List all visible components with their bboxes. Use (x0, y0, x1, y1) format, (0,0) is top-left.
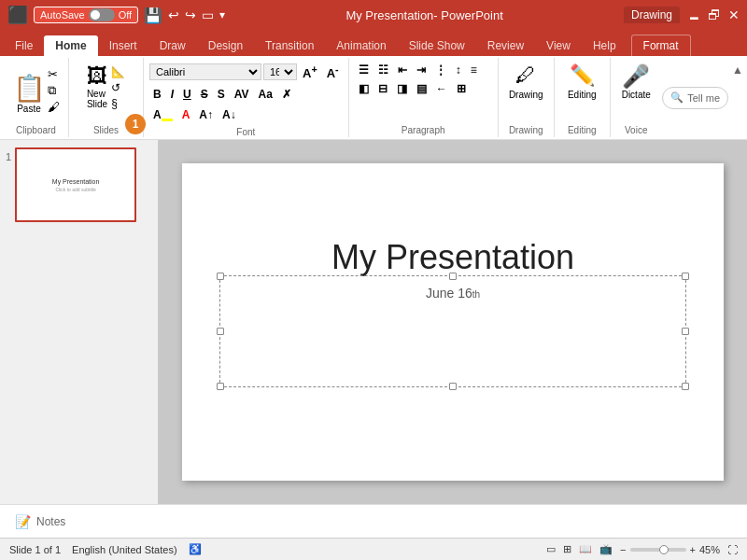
tab-animation[interactable]: Animation (325, 35, 397, 56)
slide-date[interactable]: June 16 (426, 286, 472, 301)
status-bar: Slide 1 of 1 English (United States) ♿ ▭… (0, 538, 747, 560)
change-case-button[interactable]: Aa (255, 86, 276, 103)
font-size-up-button[interactable]: A↑ (195, 106, 217, 123)
title-bar: ⬛ AutoSave Off 💾 ↩ ↪ ▭ ▾ My Presentation… (0, 0, 747, 30)
fit-slide-button[interactable]: ⛶ (727, 544, 738, 555)
slide-sorter-button[interactable]: ⊞ (563, 543, 571, 555)
underline-button[interactable]: U (179, 86, 195, 103)
handle-top-mid[interactable] (449, 273, 457, 280)
handle-top-right[interactable] (682, 273, 689, 280)
title-bar-right: Drawing 🗕 🗗 ✕ (624, 7, 740, 23)
font-family-select[interactable]: Calibri (149, 63, 261, 80)
minimize-button[interactable]: 🗕 (687, 7, 700, 22)
align-right-button[interactable]: ◨ (393, 80, 411, 97)
close-button[interactable]: ✕ (728, 7, 740, 22)
layout-button[interactable]: 📐 (111, 65, 125, 78)
cut-button[interactable]: ✂ (48, 67, 60, 81)
slide-canvas[interactable]: My Presentation June 16th (182, 163, 724, 481)
restore-button[interactable]: 🗗 (708, 7, 721, 22)
align-center-button[interactable]: ⊟ (374, 80, 391, 97)
zoom-out-button[interactable]: − (620, 544, 626, 555)
tab-view[interactable]: View (535, 35, 582, 56)
handle-top-left[interactable] (217, 273, 224, 280)
font-color-button[interactable]: A (178, 106, 194, 123)
reset-button[interactable]: ↺ (111, 81, 125, 94)
reading-view-button[interactable]: 📖 (579, 543, 592, 555)
italic-button[interactable]: I (167, 86, 177, 103)
notes-bar[interactable]: 📝 Notes (0, 504, 747, 538)
font-size-down-button[interactable]: A↓ (218, 106, 240, 123)
main-area: 1 My Presentation Click to add subtitle … (0, 140, 747, 504)
ribbon-search[interactable]: 🔍 Tell me (662, 87, 728, 109)
tab-insert[interactable]: Insert (98, 35, 148, 56)
editing-label[interactable]: Editing (568, 90, 597, 100)
ribbon-group-drawing: 🖊 Drawing Drawing (499, 58, 555, 137)
autosave-toggle[interactable] (89, 8, 115, 21)
undo-icon[interactable]: ↩ (168, 7, 179, 22)
presenter-view-button[interactable]: 📺 (599, 543, 613, 555)
section-button[interactable]: § (111, 97, 125, 110)
ribbon-group-paragraph: ☰ ☷ ⇤ ⇥ ⋮ ↕ ≡ ◧ ⊟ ◨ ▤ ← ⊞ Paragraph (349, 58, 499, 137)
strikethrough-button[interactable]: S (197, 86, 212, 103)
shadow-button[interactable]: S (214, 86, 229, 103)
tab-transition[interactable]: Transition (254, 35, 325, 56)
drawing-label[interactable]: Drawing (509, 90, 543, 100)
present-icon[interactable]: ▭ (202, 7, 214, 22)
paragraph-label: Paragraph (402, 123, 445, 135)
tab-file[interactable]: File (4, 35, 44, 56)
zoom-slider[interactable] (630, 548, 686, 552)
save-icon[interactable]: 💾 (144, 7, 162, 24)
dictate-label[interactable]: Dictate (622, 90, 651, 100)
highlight-button[interactable]: A (149, 106, 176, 123)
tab-help[interactable]: Help (582, 35, 627, 56)
ribbon-collapse-button[interactable]: ▲ (728, 60, 747, 80)
drawing-group-label: Drawing (509, 123, 543, 135)
bold-button[interactable]: B (149, 86, 165, 103)
normal-view-button[interactable]: ▭ (546, 543, 556, 555)
rtl-button[interactable]: ← (432, 80, 451, 97)
bullets-button[interactable]: ☰ (355, 62, 373, 78)
format-painter-button[interactable]: 🖌 (48, 100, 60, 114)
align-left-button[interactable]: ◧ (355, 80, 373, 97)
handle-bottom-left[interactable] (217, 383, 224, 390)
accessibility-icon[interactable]: ♿ (189, 543, 202, 555)
align-text-button[interactable]: ≡ (467, 62, 481, 78)
slide-thumbnail[interactable]: My Presentation Click to add subtitle (15, 147, 136, 222)
paste-button[interactable]: 📋 Paste (12, 63, 46, 123)
handle-bottom-mid[interactable] (449, 383, 457, 390)
tab-design[interactable]: Design (197, 35, 254, 56)
handle-mid-left[interactable] (217, 328, 224, 335)
autosave-badge[interactable]: AutoSave Off (34, 7, 138, 23)
slide-thumb-title: My Presentation (52, 178, 100, 185)
canvas-area: My Presentation June 16th (159, 140, 747, 504)
text-box-selected[interactable]: June 16th (219, 275, 686, 387)
tab-format[interactable]: Format (631, 35, 691, 56)
new-slide-button[interactable]: 🖼 NewSlide (87, 64, 107, 109)
decrease-indent-button[interactable]: ⇤ (394, 62, 411, 78)
font-row-3: A A A↑ A↓ (149, 106, 343, 123)
increase-indent-button[interactable]: ⇥ (413, 62, 430, 78)
char-spacing-button[interactable]: AV (231, 86, 253, 103)
smart-art-button[interactable]: ⊞ (453, 80, 470, 97)
drawing-icon: 🖊 (515, 63, 536, 88)
numbering-button[interactable]: ☷ (374, 62, 392, 78)
font-increase-button[interactable]: A+ (299, 62, 321, 82)
slide-title[interactable]: My Presentation (331, 238, 574, 277)
zoom-in-button[interactable]: + (690, 544, 696, 555)
handle-mid-right[interactable] (682, 328, 689, 335)
tab-review[interactable]: Review (476, 35, 535, 56)
clear-format-button[interactable]: ✗ (278, 86, 295, 103)
justify-button[interactable]: ▤ (413, 80, 430, 97)
tab-home[interactable]: Home (44, 35, 97, 56)
columns-button[interactable]: ⋮ (431, 62, 450, 78)
line-spacing-button[interactable]: ↕ (452, 62, 465, 78)
font-decrease-button[interactable]: A- (323, 62, 343, 82)
tab-slideshow[interactable]: Slide Show (398, 35, 476, 56)
handle-bottom-right[interactable] (682, 383, 689, 390)
copy-button[interactable]: ⧉ (48, 83, 60, 98)
redo-icon[interactable]: ↪ (185, 7, 196, 22)
font-size-select[interactable]: 16 (263, 63, 297, 80)
autosave-state: Off (119, 9, 132, 21)
tab-draw[interactable]: Draw (148, 35, 197, 56)
new-slide-label: NewSlide (87, 89, 107, 109)
